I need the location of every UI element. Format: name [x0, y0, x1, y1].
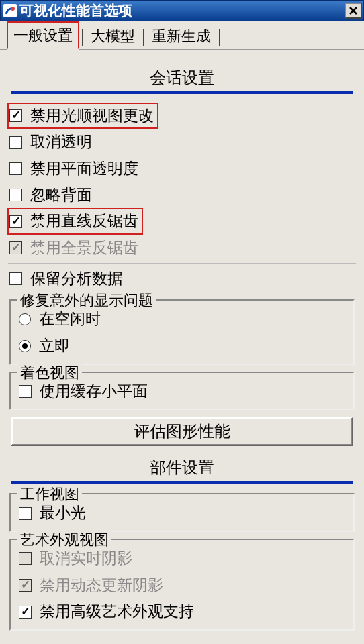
radio-icon [19, 313, 31, 325]
session-header: 会话设置 [8, 55, 356, 91]
titlebar: 可视化性能首选项 [0, 0, 364, 21]
checkbox-label: 取消透明 [30, 131, 92, 153]
checkbox-label: 最小光 [40, 501, 86, 525]
checkbox-icon [9, 109, 22, 122]
checkbox-disable-plane-transparency[interactable]: 禁用平面透明度 [8, 156, 356, 181]
group-shade-view: 着色视图 使用缓存小平面 [9, 372, 355, 411]
tab-large-model[interactable]: 大模型 [85, 23, 140, 49]
group-legend: 修复意外的显示问题 [17, 290, 156, 311]
checkbox-label: 禁用动态更新阴影 [40, 574, 163, 598]
checkbox-icon [9, 136, 22, 149]
window-title: 可视化性能首选项 [19, 1, 132, 20]
checkbox-label: 保留分析数据 [30, 268, 123, 290]
checkbox-label: 取消实时阴影 [40, 547, 132, 571]
checkbox-label: 忽略背面 [30, 184, 92, 206]
window: 可视化性能首选项 一般设置 大模型 重新生成 会话设置 禁用光顺视图更改 取消透… [0, 0, 364, 644]
tab-separator [143, 29, 144, 46]
checkbox-icon [19, 385, 32, 398]
checkbox-icon [9, 272, 22, 285]
radio-icon [19, 340, 31, 352]
checkbox-label: 禁用全景反锯齿 [30, 237, 138, 259]
checkbox-icon [19, 552, 32, 565]
tab-separator [82, 29, 83, 46]
checkbox-label: 禁用平面透明度 [30, 158, 138, 180]
checkbox-disable-pano-aa: 禁用全景反锯齿 [8, 235, 356, 260]
group-legend: 艺术外观视图 [17, 530, 111, 550]
group-legend: 工作视图 [17, 484, 82, 504]
tab-separator [219, 29, 220, 46]
tab-regenerate[interactable]: 重新生成 [146, 23, 216, 49]
checkbox-disable-advanced-art[interactable]: 禁用高级艺术外观支持 [17, 598, 347, 625]
checkbox-label: 禁用高级艺术外观支持 [40, 600, 194, 624]
checkbox-icon [9, 162, 22, 175]
checkbox-icon [19, 606, 32, 619]
checkbox-icon [9, 215, 22, 228]
checkbox-disable-dynamic-shadow: 禁用动态更新阴影 [17, 572, 347, 599]
tab-general[interactable]: 一般设置 [7, 21, 79, 50]
radio-label: 在空闲时 [39, 307, 101, 331]
tab-bar: 一般设置 大模型 重新生成 [0, 21, 364, 50]
section-divider [11, 91, 353, 94]
group-legend: 着色视图 [17, 363, 82, 383]
checkbox-ignore-backside[interactable]: 忽略背面 [8, 182, 356, 207]
close-button[interactable] [345, 3, 362, 19]
checkbox-label: 禁用直线反锯齿 [30, 210, 138, 232]
svg-point-0 [11, 7, 15, 11]
checkbox-label: 禁用光顺视图更改 [30, 105, 154, 127]
thin-divider [8, 263, 356, 264]
content-area: 会话设置 禁用光顺视图更改 取消透明 禁用平面透明度 忽略背面 禁用直线反锯齿 … [0, 50, 364, 631]
checkbox-icon [19, 507, 32, 520]
checkbox-keep-analysis[interactable]: 保留分析数据 [8, 266, 356, 291]
group-art-view: 艺术外观视图 取消实时阴影 禁用动态更新阴影 禁用高级艺术外观支持 [9, 539, 355, 631]
checkbox-disable-line-aa[interactable]: 禁用直线反锯齿 [8, 209, 142, 233]
radio-label: 立即 [39, 334, 70, 358]
evaluate-graphics-button[interactable]: 评估图形性能 [11, 417, 353, 446]
group-work-view: 工作视图 最小光 [9, 493, 355, 532]
checkbox-label: 使用缓存小平面 [40, 380, 148, 404]
part-header: 部件设置 [8, 453, 356, 481]
checkbox-cancel-transparent[interactable]: 取消透明 [8, 129, 356, 154]
checkbox-icon [19, 579, 32, 592]
checkbox-icon [9, 241, 22, 254]
checkbox-icon [9, 189, 22, 201]
checkbox-disable-smooth-view[interactable]: 禁用光顺视图更改 [8, 103, 158, 128]
group-fix-display: 修复意外的显示问题 在空闲时 立即 [9, 299, 355, 364]
radio-now[interactable]: 立即 [17, 333, 347, 360]
section-divider [11, 481, 353, 484]
app-icon [3, 4, 17, 17]
